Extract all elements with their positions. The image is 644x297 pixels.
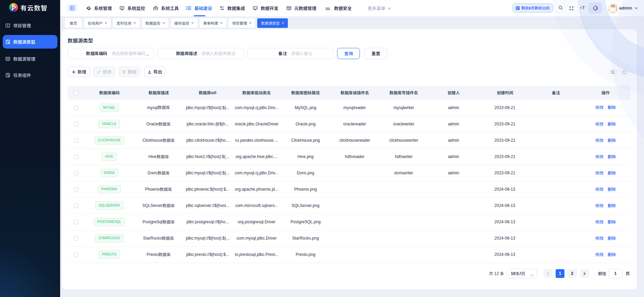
svg-text:123: 123 (325, 7, 330, 10)
svg-text:T: T (582, 5, 585, 10)
svg-text:T: T (580, 6, 582, 10)
